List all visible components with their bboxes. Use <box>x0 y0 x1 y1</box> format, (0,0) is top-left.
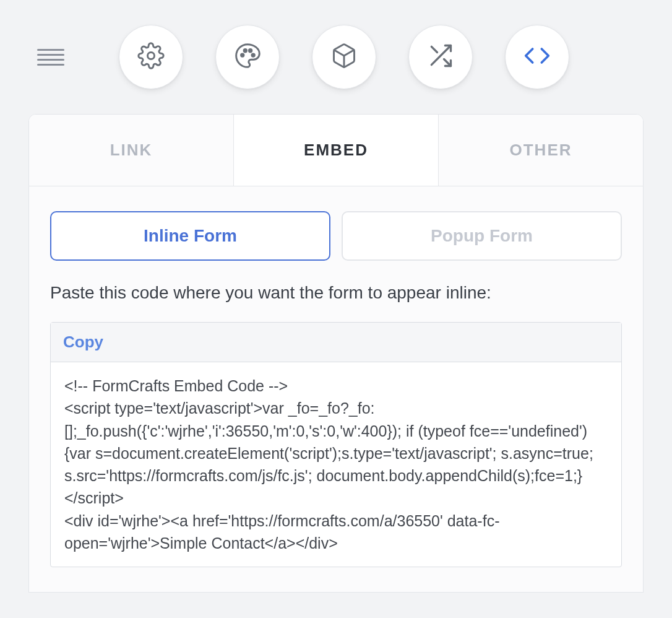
cube-icon <box>330 42 358 72</box>
menu-button[interactable] <box>37 43 64 71</box>
svg-line-7 <box>444 59 451 66</box>
tab-embed[interactable]: EMBED <box>234 115 439 186</box>
cube-button[interactable] <box>312 25 376 89</box>
settings-button[interactable] <box>119 25 183 89</box>
copy-button[interactable]: Copy <box>63 333 103 351</box>
popup-form-button[interactable]: Popup Form <box>342 211 622 261</box>
svg-line-8 <box>431 46 437 52</box>
tab-other[interactable]: OTHER <box>439 115 643 186</box>
instruction-text: Paste this code where you want the form … <box>50 281 622 305</box>
shuffle-icon <box>427 42 454 72</box>
main-panel: LINK EMBED OTHER Inline Form Popup Form … <box>28 114 644 593</box>
toolbar-buttons <box>119 25 569 89</box>
svg-point-4 <box>252 54 254 56</box>
share-tabs: LINK EMBED OTHER <box>28 114 644 186</box>
svg-point-3 <box>249 50 251 52</box>
code-icon <box>523 42 551 72</box>
svg-point-0 <box>148 53 155 59</box>
form-type-toggle: Inline Form Popup Form <box>50 211 622 261</box>
gear-icon <box>137 42 165 72</box>
shuffle-button[interactable] <box>408 25 473 89</box>
code-button[interactable] <box>505 25 569 89</box>
svg-point-2 <box>244 50 246 52</box>
svg-point-1 <box>241 54 244 56</box>
main-toolbar <box>0 0 672 114</box>
tab-link[interactable]: LINK <box>29 115 234 186</box>
palette-icon <box>234 42 261 72</box>
code-header: Copy <box>51 323 621 362</box>
tab-content-embed: Inline Form Popup Form Paste this code w… <box>28 186 644 593</box>
inline-form-button[interactable]: Inline Form <box>50 211 330 261</box>
palette-button[interactable] <box>215 25 280 89</box>
embed-code-box: Copy <!-- FormCrafts Embed Code --> <scr… <box>50 322 622 567</box>
embed-code[interactable]: <!-- FormCrafts Embed Code --> <script t… <box>51 362 621 567</box>
